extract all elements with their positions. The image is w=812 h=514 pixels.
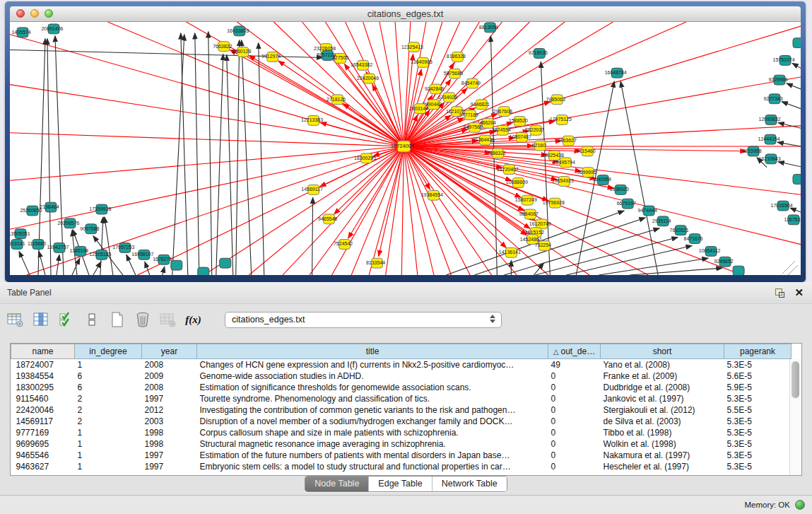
column-header-short[interactable]: short [601,344,724,359]
table-cell[interactable]: 1997 [142,393,197,404]
table-row[interactable]: 1938455462009Genome-wide association stu… [11,370,792,382]
table-cell[interactable]: 2009 [142,370,197,382]
table-cell[interactable]: Embryonic stem cells: a model to study s… [197,461,548,472]
show-columns-icon[interactable] [31,310,50,329]
row-options-icon[interactable] [82,310,101,329]
table-cell[interactable]: 5.9E-5 [724,382,792,393]
graph-node-teal[interactable] [220,258,231,268]
table-cell[interactable]: Nakamura et al. (1997) [601,450,724,461]
table-cell[interactable]: Jankovic et al. (1997) [601,393,724,404]
table-cell[interactable]: 0 [548,393,601,404]
new-table-icon[interactable] [107,310,126,329]
table-cell[interactable]: 1997 [142,450,197,461]
table-cell[interactable]: 0 [548,382,601,393]
table-cell[interactable]: 9463627 [11,461,75,472]
table-cell[interactable]: 9465546 [11,450,75,461]
column-header-pagerank[interactable]: pagerank [724,344,792,359]
table-cell[interactable]: Yano et al. (2008) [601,359,724,371]
table-cell[interactable]: Franke et al. (2009) [601,370,724,382]
table-cell[interactable]: 5.3E-5 [724,427,792,438]
zoom-window-button[interactable] [45,9,53,18]
graph-node-teal[interactable] [793,175,801,185]
table-cell[interactable]: Estimation of significance thresholds fo… [197,382,548,393]
table-cell[interactable]: Structural magnetic resonance image aver… [197,438,548,450]
table-cell[interactable]: 9699695 [11,438,75,450]
function-builder-icon[interactable]: f(x) [184,310,203,329]
table-cell[interactable]: Corpus callosum shape and size in male p… [197,427,548,438]
table-row[interactable]: 1872400712008Changes of HCN gene express… [11,359,792,371]
table-row[interactable]: 1456911722003Disruption of a novel membe… [11,416,792,427]
graph-node-teal[interactable] [171,260,182,270]
table-cell[interactable]: 22420046 [11,404,75,416]
network-graph[interactable]: 7663822896012899129742322605898275051654… [10,22,801,275]
column-header-in_degree[interactable]: in_degree [75,344,142,359]
table-cell[interactable]: 1998 [142,427,197,438]
graph-node-teal[interactable] [198,267,209,275]
table-cell[interactable]: 2012 [142,404,197,416]
column-header-title[interactable]: title [197,344,548,359]
table-cell[interactable]: 49 [548,359,601,371]
table-cell[interactable]: 19384554 [11,370,75,382]
delete-table-icon[interactable] [133,310,152,329]
table-row[interactable]: 969969511998Structural magnetic resonanc… [11,438,792,450]
table-cell[interactable]: 2 [75,404,142,416]
table-cell[interactable]: Dudbridge et al. (2008) [601,382,724,393]
table-cell[interactable]: 1 [75,427,142,438]
table-options-icon[interactable] [6,310,25,329]
graph-node-teal[interactable] [793,38,801,48]
table-cell[interactable]: 1998 [142,438,197,450]
table-cell[interactable]: 2008 [142,359,197,371]
table-cell[interactable]: 1 [75,438,142,450]
table-cell[interactable]: Stergiakouli et al. (2012) [601,404,724,416]
table-cell[interactable]: Wolkin et al. (1998) [601,438,724,450]
table-cell[interactable]: 0 [548,404,601,416]
table-cell[interactable]: 5.5E-5 [724,404,792,416]
table-cell[interactable]: 5.3E-5 [724,438,792,450]
table-cell[interactable]: 0 [548,438,601,450]
table-cell[interactable]: 18724007 [11,359,75,371]
table-cell[interactable]: 9115460 [11,393,75,404]
table-row[interactable]: 911546021997Tourette syndrome. Phenomeno… [11,393,792,404]
table-cell[interactable]: 6 [75,382,142,393]
table-scrollbar-thumb[interactable] [792,361,799,398]
select-rows-icon[interactable] [57,310,76,329]
table-cell[interactable]: 2008 [142,382,197,393]
table-cell[interactable]: 0 [548,416,601,427]
table-row[interactable]: 946362711997Embryonic stem cells: a mode… [11,461,792,472]
table-row[interactable]: 946554611997Estimation of the future num… [11,450,792,461]
table-cell[interactable]: 1 [75,450,142,461]
minimize-window-button[interactable] [30,9,39,18]
table-cell[interactable]: 5.6E-5 [724,370,792,382]
table-cell[interactable]: 0 [548,461,601,472]
table-row[interactable]: 2242004622012Investigating the contribut… [11,404,792,416]
graph-node-teal[interactable] [733,266,744,275]
column-header-name[interactable]: name [11,344,75,359]
tab-network-table[interactable]: Network Table [432,477,507,491]
table-cell[interactable]: 5.3E-5 [724,359,792,371]
table-cell[interactable]: 2 [75,393,142,404]
table-cell[interactable]: 2 [75,416,142,427]
table-cell[interactable]: Disruption of a novel member of a sodium… [197,416,548,427]
float-panel-icon[interactable] [775,288,784,298]
table-cell[interactable]: Tibbo et al. (1998) [601,427,724,438]
table-cell[interactable]: Tourette syndrome. Phenomenology and cla… [197,393,548,404]
table-cell[interactable]: 5.3E-5 [724,393,792,404]
network-canvas[interactable]: 7663822896012899129742322605898275051654… [10,22,801,275]
table-cell[interactable]: Hescheler et al. (1997) [601,461,724,472]
network-window-titlebar[interactable]: citations_edges.txt [10,6,801,22]
table-cell[interactable]: 14569117 [11,416,75,427]
tab-edge-table[interactable]: Edge Table [368,477,431,491]
table-cell[interactable]: 5.3E-5 [724,450,792,461]
table-cell[interactable]: 5.3E-5 [724,461,792,472]
table-cell[interactable]: 0 [548,427,601,438]
table-cell[interactable]: Changes of HCN gene expression and I(f) … [197,359,548,371]
table-cell[interactable]: 5.3E-5 [724,416,792,427]
table-cell[interactable]: 18300295 [11,382,75,393]
network-window[interactable]: citations_edges.txt 76638228960128991297… [5,1,806,282]
table-cell[interactable]: Investigating the contribution of common… [197,404,548,416]
close-panel-icon[interactable]: ✕ [794,288,804,298]
tab-node-table[interactable]: Node Table [305,477,368,491]
table-cell[interactable]: 2003 [142,416,197,427]
column-header-out_de[interactable]: △out_de… [548,344,601,359]
close-window-button[interactable] [16,9,25,18]
